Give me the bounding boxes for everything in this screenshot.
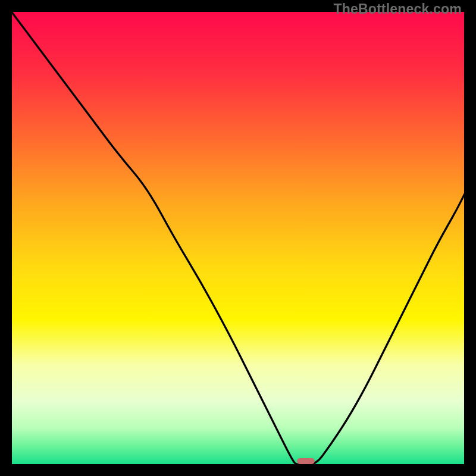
plot-area [12,12,464,464]
bottleneck-curve [12,12,464,464]
watermark-text: TheBottleneck.com [333,1,462,17]
chart-frame: TheBottleneck.com [0,0,476,476]
optimum-marker [297,458,315,464]
